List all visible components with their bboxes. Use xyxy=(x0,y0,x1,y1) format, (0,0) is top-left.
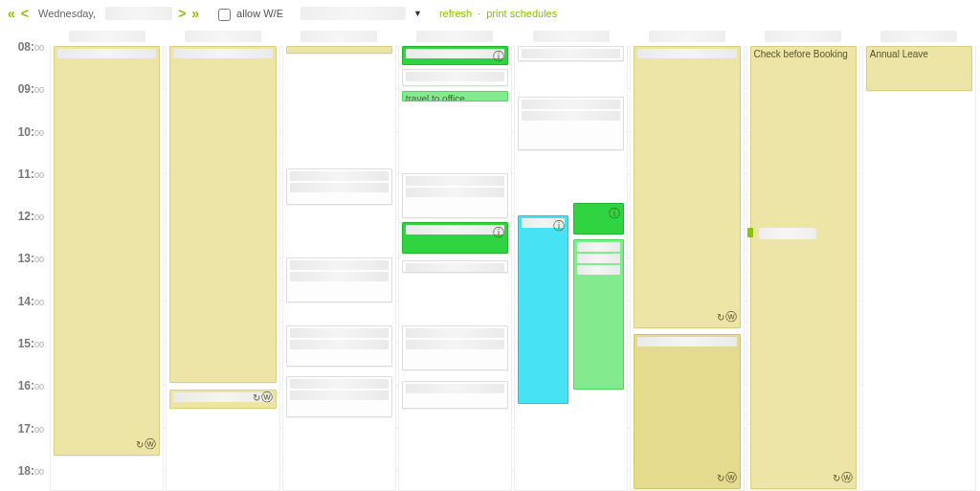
recurring-icon xyxy=(717,470,737,486)
column-header[interactable] xyxy=(398,27,512,46)
prev-button[interactable]: < xyxy=(21,6,29,21)
calendar-event[interactable] xyxy=(634,334,740,489)
date-value-redacted xyxy=(105,7,172,20)
column-header[interactable] xyxy=(862,27,976,46)
allow-weekend-label: allow W/E xyxy=(236,8,283,19)
column-headers xyxy=(50,27,976,46)
calendar-event[interactable] xyxy=(402,173,508,218)
redacted-event-text xyxy=(406,340,504,349)
redacted-event-text xyxy=(577,242,620,252)
time-marker xyxy=(747,228,753,237)
calendar-event[interactable] xyxy=(402,222,508,254)
calendar-event[interactable] xyxy=(169,46,276,383)
schedule-area: 08:0009:0010:0011:0012:0013:0014:0015:00… xyxy=(0,27,980,491)
time-label: 13:00 xyxy=(0,252,50,265)
time-label: 15:00 xyxy=(0,337,50,350)
print-schedules-link[interactable]: print schedules xyxy=(486,8,557,19)
allow-weekend-checkbox[interactable] xyxy=(218,9,231,21)
calendar-event[interactable] xyxy=(169,390,276,409)
column-header[interactable] xyxy=(746,27,860,46)
day-column[interactable] xyxy=(514,46,628,491)
calendar-event[interactable] xyxy=(402,381,508,409)
day-column[interactable] xyxy=(166,46,279,491)
calendar-event[interactable]: Check before Booking xyxy=(750,46,857,489)
next-button[interactable]: > xyxy=(178,6,186,21)
calendar-event[interactable] xyxy=(286,376,392,416)
day-column[interactable] xyxy=(50,46,164,491)
redacted-event-text xyxy=(290,340,389,349)
redacted-event-text xyxy=(290,379,389,389)
event-title: Check before Booking xyxy=(754,49,848,59)
calendar-event[interactable] xyxy=(518,215,568,404)
redacted-event-text xyxy=(290,183,389,192)
redacted-event-text xyxy=(406,49,504,58)
calendar-event[interactable] xyxy=(54,46,160,456)
recurring-icon xyxy=(833,470,853,486)
calendar-event[interactable] xyxy=(402,325,508,370)
day-column[interactable]: Annual Leave xyxy=(862,46,976,491)
redacted-event-text xyxy=(173,49,272,58)
calendar-event[interactable] xyxy=(402,46,508,65)
redacted-event-text xyxy=(406,328,504,338)
redacted-event-text xyxy=(577,265,620,275)
calendar-event[interactable] xyxy=(573,203,624,234)
calendar-event[interactable] xyxy=(634,46,740,328)
calendar-event[interactable] xyxy=(518,46,624,61)
redacted-event-text xyxy=(522,218,565,228)
next-fast-button[interactable]: » xyxy=(191,6,199,21)
column-header[interactable] xyxy=(514,27,628,46)
top-toolbar: « < Wednesday, > » allow W/E ▼ refresh ·… xyxy=(0,0,980,27)
redacted-event-text xyxy=(406,384,504,393)
column-header[interactable] xyxy=(166,27,279,46)
time-label: 11:00 xyxy=(0,167,50,181)
redacted-event-text xyxy=(290,328,389,338)
redacted-event-text xyxy=(290,391,389,400)
redacted-event-text xyxy=(406,176,504,186)
time-label: 14:00 xyxy=(0,295,50,308)
calendar-event[interactable] xyxy=(402,69,508,86)
column-header[interactable] xyxy=(50,27,164,46)
time-label: 09:00 xyxy=(0,82,50,96)
column-header[interactable] xyxy=(282,27,396,46)
redacted-event-text xyxy=(522,111,620,121)
redacted-event-text xyxy=(57,49,156,58)
column-header[interactable] xyxy=(630,27,744,46)
time-column: 08:0009:0010:0011:0012:0013:0014:0015:00… xyxy=(0,27,50,491)
redacted-side-label xyxy=(759,228,816,239)
calendar-event[interactable]: Annual Leave xyxy=(866,46,972,91)
calendar-event[interactable]: travel to office xyxy=(402,91,508,101)
redacted-event-text xyxy=(290,260,389,270)
time-label: 16:00 xyxy=(0,379,50,392)
calendar-event[interactable] xyxy=(286,325,392,366)
calendar-event[interactable] xyxy=(286,46,392,54)
info-icon xyxy=(609,206,620,222)
day-column[interactable] xyxy=(282,46,396,491)
calendar-event[interactable] xyxy=(518,97,624,150)
redacted-event-text xyxy=(637,337,736,346)
redacted-event-text xyxy=(290,171,389,181)
day-column[interactable]: travel to office xyxy=(398,46,512,491)
toolbar-separator: · xyxy=(478,8,480,19)
redacted-event-text xyxy=(290,272,389,281)
prev-fast-button[interactable]: « xyxy=(8,6,15,21)
day-column[interactable] xyxy=(630,46,744,491)
time-label: 10:00 xyxy=(0,125,50,139)
time-label: 18:00 xyxy=(0,464,50,478)
time-label: 08:00 xyxy=(0,40,50,54)
calendar-event[interactable] xyxy=(286,257,392,302)
redacted-event-text xyxy=(406,263,504,273)
event-title: Annual Leave xyxy=(870,49,928,59)
view-dropdown-redacted[interactable] xyxy=(301,7,406,20)
calendar-event[interactable] xyxy=(286,168,392,205)
refresh-link[interactable]: refresh xyxy=(439,8,472,19)
calendar-event[interactable] xyxy=(402,260,508,274)
calendar-event[interactable] xyxy=(573,239,624,390)
redacted-event-text xyxy=(406,188,504,197)
chevron-down-icon: ▼ xyxy=(413,9,422,18)
day-column[interactable]: Check before Booking xyxy=(746,46,860,491)
recurring-icon xyxy=(136,436,156,453)
day-grid: travel to officeCheck before BookingAnnu… xyxy=(50,46,976,491)
time-label: 17:00 xyxy=(0,422,50,435)
redacted-event-text xyxy=(577,254,620,263)
recurring-icon xyxy=(717,309,737,325)
